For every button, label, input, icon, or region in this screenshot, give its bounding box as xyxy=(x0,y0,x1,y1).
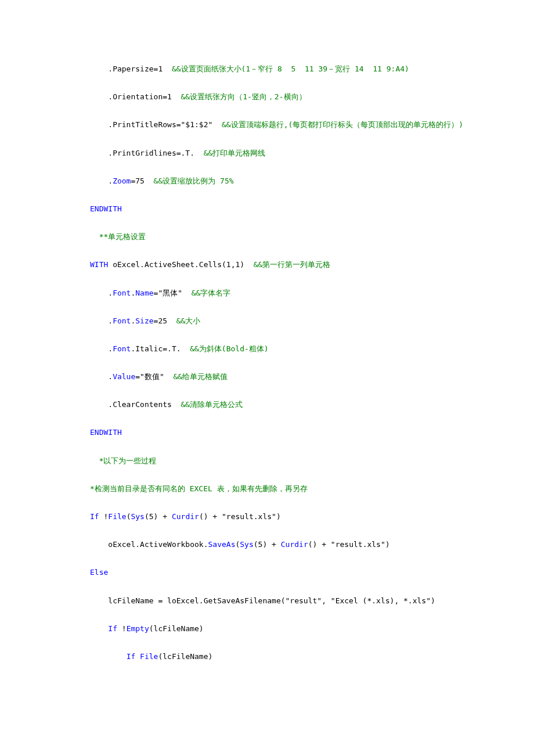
code-text: . xyxy=(90,177,113,185)
keyword: If File xyxy=(127,652,158,661)
code-text: . xyxy=(90,316,113,325)
code-text: (5) + xyxy=(254,540,281,549)
function: Sys xyxy=(240,540,253,549)
code-line: .Papersize=1 &&设置页面纸张大小(1－窄行 8 5 11 39－宽… xyxy=(90,64,444,74)
code-text: .Italic=.T. xyxy=(131,344,190,353)
code-text xyxy=(90,624,108,633)
function: File xyxy=(108,512,126,521)
function: Sys xyxy=(131,512,144,521)
code-text: (lcFileName) xyxy=(158,652,212,661)
code-line: .Font.Name="黑体" &&字体名字 xyxy=(90,288,444,298)
code-text: (5) + xyxy=(145,512,172,521)
code-text: =75 xyxy=(131,177,153,185)
code-text: .Papersize=1 xyxy=(90,64,172,73)
code-text: .Orientation=1 xyxy=(90,92,181,101)
code-text: () + "result.xls") xyxy=(199,512,281,521)
code-line: .Font.Italic=.T. &&为斜体(Bold-粗体) xyxy=(90,344,444,354)
comment: &&大小 xyxy=(176,316,201,325)
property: Value xyxy=(113,372,135,381)
property: Zoom xyxy=(113,177,131,185)
comment: **单元格设置 xyxy=(90,232,146,241)
comment: &&第一行第一列单元格 xyxy=(254,260,331,269)
comment: &&为斜体(Bold-粗体) xyxy=(190,344,268,353)
code-text: ! xyxy=(99,512,109,521)
code-text: . xyxy=(90,344,113,353)
function: Empty xyxy=(127,624,149,633)
code-line: *检测当前目录是否有同名的 EXCEL 表，如果有先删除，再另存 xyxy=(90,484,444,494)
code-text: oExcel.ActiveSheet.Cells(1,1) xyxy=(108,260,253,269)
code-text: ="黑体" xyxy=(154,289,192,297)
code-text: oExcel.ActiveWorkbook. xyxy=(90,540,208,549)
code-text: . xyxy=(90,289,113,297)
code-line: .PrintGridlines=.T. &&打印单元格网线 xyxy=(90,148,444,159)
property: Size xyxy=(135,316,153,325)
comment: &&打印单元格网线 xyxy=(204,149,266,157)
code-line: .Value="数值" &&给单元格赋值 xyxy=(90,372,444,382)
function: Curdir xyxy=(281,540,308,549)
keyword: ENDWITH xyxy=(90,204,122,213)
property: Font xyxy=(113,316,131,325)
code-line: ENDWITH xyxy=(90,427,444,438)
keyword: ENDWITH xyxy=(90,428,122,437)
code-line: Else xyxy=(90,567,444,578)
code-line: *以下为一些过程 xyxy=(90,456,444,466)
keyword: Else xyxy=(90,568,108,577)
code-line: If File(lcFileName) xyxy=(90,651,444,662)
code-text: ="数值" xyxy=(135,372,173,381)
code-line: .ClearContents &&清除单元格公式 xyxy=(90,399,444,410)
code-text: () + "result.xls") xyxy=(308,540,390,549)
code-line: .PrintTitleRows="$1:$2" &&设置顶端标题行,(每页都打印… xyxy=(90,120,444,130)
comment: &&设置缩放比例为 75% xyxy=(154,177,234,185)
comment: &&清除单元格公式 xyxy=(181,400,243,409)
code-line: If !File(Sys(5) + Curdir() + "result.xls… xyxy=(90,512,444,522)
code-line: .Zoom=75 &&设置缩放比例为 75% xyxy=(90,176,444,186)
function: SaveAs xyxy=(208,540,236,549)
code-text: .PrintGridlines=.T. xyxy=(90,149,204,157)
code-text xyxy=(90,652,127,661)
code-text: =25 xyxy=(154,316,176,325)
function: Curdir xyxy=(172,512,199,521)
code-line: **单元格设置 xyxy=(90,232,444,242)
code-text: .PrintTitleRows="$1:$2" xyxy=(90,120,222,129)
code-text: . xyxy=(90,372,113,381)
property: Name xyxy=(135,289,153,297)
keyword: If xyxy=(90,512,99,521)
code-text: lcFileName = loExcel.GetSaveAsFilename("… xyxy=(90,596,435,605)
code-line: .Font.Size=25 &&大小 xyxy=(90,316,444,326)
code-document: .Papersize=1 &&设置页面纸张大小(1－窄行 8 5 11 39－宽… xyxy=(0,0,534,714)
keyword: WITH xyxy=(90,260,108,269)
code-text: .ClearContents xyxy=(90,400,181,409)
comment: &&字体名字 xyxy=(192,289,231,297)
comment: &&设置页面纸张大小(1－窄行 8 5 11 39－宽行 14 11 9:A4) xyxy=(172,64,409,73)
code-line: .Orientation=1 &&设置纸张方向（1-竖向，2-横向） xyxy=(90,92,444,102)
property: Font xyxy=(113,289,131,297)
code-line: ENDWITH xyxy=(90,204,444,214)
code-text: (lcFileName) xyxy=(149,624,204,633)
code-text: ! xyxy=(117,624,127,633)
code-line: WITH oExcel.ActiveSheet.Cells(1,1) &&第一行… xyxy=(90,260,444,270)
code-line: lcFileName = loExcel.GetSaveAsFilename("… xyxy=(90,596,444,606)
comment: *检测当前目录是否有同名的 EXCEL 表，如果有先删除，再另存 xyxy=(90,484,308,493)
code-line: If !Empty(lcFileName) xyxy=(90,624,444,634)
comment: &&设置顶端标题行,(每页都打印行标头（每页顶部出现的单元格的行）) xyxy=(222,120,463,129)
comment: &&给单元格赋值 xyxy=(173,372,228,381)
comment: *以下为一些过程 xyxy=(90,456,156,465)
comment: &&设置纸张方向（1-竖向，2-横向） xyxy=(181,92,306,101)
property: Font xyxy=(113,344,131,353)
code-line: oExcel.ActiveWorkbook.SaveAs(Sys(5) + Cu… xyxy=(90,539,444,550)
keyword: If xyxy=(108,624,117,633)
